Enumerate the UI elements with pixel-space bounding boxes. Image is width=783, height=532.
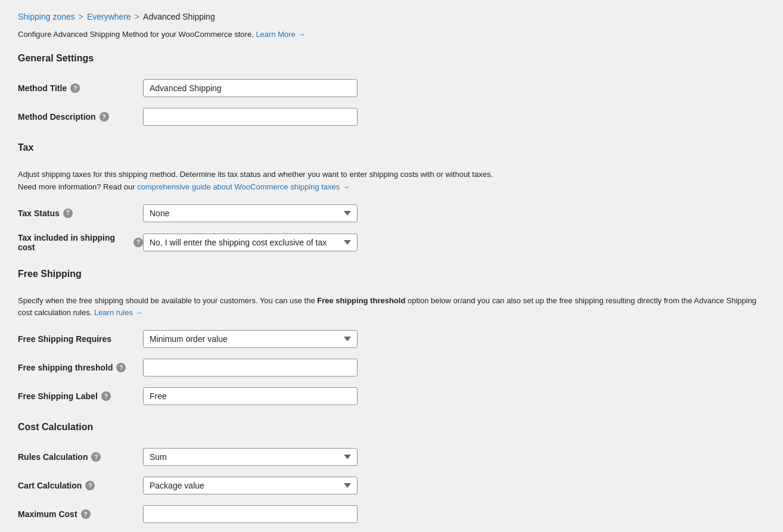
breadcrumb-separator-1: > [79, 12, 83, 21]
method-description-row: Method Description ? [18, 108, 765, 126]
tax-included-label: Tax included in shipping cost ? [18, 233, 143, 252]
rules-calculation-row: Rules Calculation ? Sum Average Minimum … [18, 448, 765, 466]
free-shipping-label-label: Free Shipping Label ? [18, 391, 143, 401]
tax-status-label: Tax Status ? [18, 209, 143, 218]
tax-status-row: Tax Status ? None Taxable Not Taxable [18, 204, 765, 222]
free-shipping-requires-row: Free Shipping Requires Minimum order val… [18, 330, 765, 348]
breadcrumb-separator-2: > [135, 12, 139, 21]
method-title-help-icon[interactable]: ? [70, 83, 80, 93]
method-title-input[interactable] [143, 79, 358, 97]
breadcrumb: Shipping zones > Everywhere > Advanced S… [18, 12, 765, 21]
free-shipping-label-row: Free Shipping Label ? [18, 387, 765, 405]
cart-calculation-label: Cart Calculation ? [18, 481, 143, 490]
maximum-cost-row: Maximum Cost ? [18, 505, 765, 523]
method-description-help-icon[interactable]: ? [100, 112, 109, 122]
tax-section-title: Tax [18, 142, 765, 158]
cost-calculation-section: Cost Calculation Rules Calculation ? Sum… [18, 422, 765, 523]
cart-calculation-help-icon[interactable]: ? [85, 481, 95, 490]
page-subtitle: Configure Advanced Shipping Method for y… [18, 30, 765, 39]
free-shipping-desc-start: Specify when the free shipping should be… [18, 296, 315, 305]
breadcrumb-everywhere[interactable]: Everywhere [87, 12, 131, 21]
free-shipping-description: Specify when the free shipping should be… [18, 295, 765, 320]
rules-calculation-help-icon[interactable]: ? [91, 452, 101, 462]
free-shipping-label-help-icon[interactable]: ? [101, 391, 111, 401]
tax-included-select[interactable]: No, I will enter the shipping cost exclu… [143, 234, 358, 251]
free-shipping-threshold-input[interactable] [143, 359, 358, 377]
rules-calculation-select[interactable]: Sum Average Minimum Maximum [143, 448, 358, 466]
tax-desc-line1: Adjust shipping taxes for this shipping … [18, 170, 493, 179]
tax-desc-line2: Need more information? Read our [18, 182, 135, 191]
breadcrumb-shipping-zones[interactable]: Shipping zones [18, 12, 75, 21]
cost-calculation-title: Cost Calculation [18, 422, 765, 437]
free-shipping-requires-select[interactable]: Minimum order value Coupon Coupon or min… [143, 330, 358, 348]
maximum-cost-label: Maximum Cost ? [18, 509, 143, 519]
tax-included-row: Tax included in shipping cost ? No, I wi… [18, 233, 765, 252]
free-shipping-title: Free Shipping [18, 269, 765, 284]
method-description-input[interactable] [143, 108, 358, 126]
tax-status-help-icon[interactable]: ? [63, 209, 73, 218]
method-description-label: Method Description ? [18, 112, 143, 122]
breadcrumb-current: Advanced Shipping [143, 12, 215, 21]
tax-included-help-icon[interactable]: ? [133, 238, 143, 247]
method-title-label: Method Title ? [18, 83, 143, 93]
maximum-cost-input[interactable] [143, 505, 358, 523]
free-shipping-threshold-help-icon[interactable]: ? [116, 363, 126, 372]
general-settings-title: General Settings [18, 53, 765, 69]
general-settings-section: General Settings Method Title ? Method D… [18, 53, 765, 126]
free-shipping-threshold-row: Free shipping threshold ? [18, 359, 765, 377]
rules-calculation-label: Rules Calculation ? [18, 452, 143, 462]
method-title-row: Method Title ? [18, 79, 765, 97]
maximum-cost-help-icon[interactable]: ? [81, 509, 91, 519]
tax-description: Adjust shipping taxes for this shipping … [18, 169, 765, 194]
free-shipping-section: Free Shipping Specify when the free ship… [18, 269, 765, 406]
learn-rules-link[interactable]: Learn rules → [94, 308, 143, 317]
tax-guide-link[interactable]: comprehensive guide about WooCommerce sh… [137, 182, 350, 191]
free-shipping-bold: Free shipping threshold [317, 296, 405, 305]
tax-section: Tax Adjust shipping taxes for this shipp… [18, 142, 765, 252]
cart-calculation-row: Cart Calculation ? Package value Cart va… [18, 477, 765, 494]
tax-status-select[interactable]: None Taxable Not Taxable [143, 204, 358, 222]
free-shipping-label-input[interactable] [143, 387, 358, 405]
cart-calculation-select[interactable]: Package value Cart value [143, 477, 358, 494]
free-shipping-requires-label: Free Shipping Requires [18, 334, 143, 344]
learn-more-link[interactable]: Learn More → [256, 30, 305, 39]
free-shipping-threshold-label: Free shipping threshold ? [18, 363, 143, 372]
subtitle-text: Configure Advanced Shipping Method for y… [18, 30, 254, 39]
